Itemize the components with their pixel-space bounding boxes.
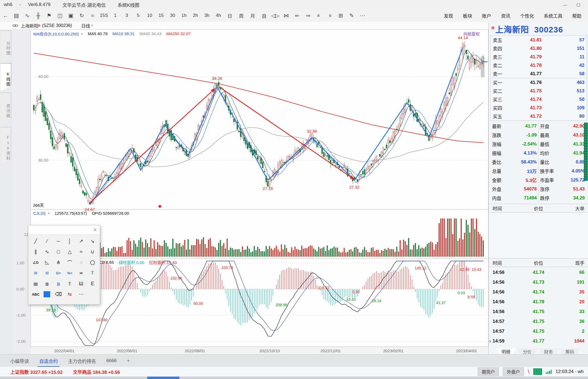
candlestick-icon[interactable]: ╫ [33, 13, 44, 19]
order-book-row[interactable]: 卖一41.7758 [491, 69, 587, 78]
angle-tool[interactable]: ∠G [30, 258, 41, 266]
color-swatch-tool[interactable] [41, 290, 53, 298]
chart-scrollbar[interactable] [481, 56, 484, 77]
bottom-tab-+[interactable]: + [127, 358, 130, 363]
indicator-icon[interactable]: ⚑ [44, 12, 55, 19]
pitchfork-tool[interactable]: ⋔ [53, 258, 64, 266]
arc-tool[interactable]: ⌒ [64, 258, 76, 266]
parallel-lines-tool[interactable]: ∥ [30, 248, 41, 256]
timeframe-3h[interactable]: 3h [201, 13, 213, 18]
order-book-row[interactable]: 买四41.73109 [491, 104, 587, 112]
menu-发现[interactable]: 发现 [444, 12, 453, 19]
back-icon[interactable]: ← [0, 13, 11, 19]
timeframe-4h[interactable]: 4h [213, 13, 224, 18]
order-book-row[interactable]: 卖二41.7842 [491, 61, 587, 69]
period-select[interactable]: 日线 [81, 22, 90, 29]
futures-account-button[interactable]: 期货户 [478, 367, 499, 376]
compare-icon[interactable]: ◁▷ [270, 12, 281, 19]
multi-chart-icon[interactable]: ◫ [55, 12, 65, 19]
order-book-row[interactable]: 买二41.75513 [491, 87, 587, 95]
cjl-indicator-label[interactable]: CJL(0) ˅ [33, 211, 50, 216]
channel-tool[interactable]: ≋ [30, 269, 41, 277]
timeframe-周[interactable]: 周 [236, 12, 247, 19]
refresh-icon[interactable]: ↻ [76, 12, 87, 19]
rectangle-tool[interactable]: □ [53, 248, 64, 256]
order-book-row[interactable]: 买五41.7280 [491, 112, 587, 120]
zoom-out-icon[interactable]: « [324, 13, 335, 19]
chevron-down-icon[interactable]: ˅ [91, 24, 93, 28]
line-tool[interactable]: ╱ [30, 237, 41, 245]
timeframe-3[interactable]: 3 [121, 13, 132, 18]
timeframe-1[interactable]: 1 [110, 13, 121, 18]
tape-row[interactable]: 14:5741.752 [489, 326, 588, 336]
menu-个性化[interactable]: 个性化 [520, 12, 534, 19]
order-book-row[interactable]: 买一41.76463 [491, 78, 587, 87]
trend-chart-icon[interactable]: ∿ [22, 12, 33, 19]
arrow-up-tool[interactable]: ↗ [76, 237, 87, 245]
page-left-icon[interactable]: ⇐ [292, 12, 303, 19]
speed-lines-tool[interactable]: ≍ [76, 269, 87, 277]
ma-combo-label[interactable]: MA组合(5,10,0,0,60,250) ˅ [33, 31, 83, 37]
cycle-lines-tool[interactable]: Ŧ [87, 269, 98, 277]
eraser-tool[interactable]: ⌫ [53, 290, 64, 298]
timeframe-15[interactable]: 15 [155, 13, 167, 18]
timeframe-30[interactable]: 30 [167, 13, 178, 18]
grid-layout-icon[interactable]: ⊞ [335, 12, 346, 19]
link-periods-icon[interactable]: ⋈ [281, 12, 292, 19]
timeframe-5[interactable]: 5 [132, 13, 144, 18]
sidebar-tab-K线图[interactable]: K线图 [1, 63, 11, 92]
minimize-icon[interactable]: — [563, 2, 567, 7]
timeframe-自[interactable]: 自 [258, 12, 270, 19]
timeframe-月[interactable]: 月 [247, 12, 258, 19]
tape-row[interactable]: 14:59›41.771044 [489, 336, 588, 346]
sidebar-tab-资讯链[interactable]: 资讯链 [1, 93, 11, 126]
order-book-row[interactable]: 买三41.7450 [491, 95, 587, 104]
arrow-down-tool[interactable]: ↘ [87, 237, 98, 245]
gann-lines-tool[interactable]: G≡ [53, 269, 64, 277]
horizontal-line-tool[interactable]: ─ [53, 237, 64, 245]
u-curve-tool[interactable]: ∪ [87, 248, 98, 256]
tape-row[interactable]: 14:5741.7536 [489, 317, 588, 326]
drawing-panel-titlebar[interactable]: ✕ [28, 225, 100, 235]
e-tool[interactable]: E [87, 280, 98, 288]
sidebar-tab-F10资料[interactable]: F10资料 [1, 127, 11, 165]
triangle-tool[interactable]: △ [64, 248, 76, 256]
symbol-name[interactable]: 上海新阳 [21, 22, 38, 29]
polyline-tool[interactable]: ∿ [41, 248, 53, 256]
comb-tool[interactable]: Ш [76, 280, 87, 288]
menu-账户[interactable]: 账户 [482, 12, 491, 19]
order-book-row[interactable]: 卖三41.7911 [491, 53, 587, 61]
more-tools[interactable]: ⋯ [76, 290, 87, 298]
timeframe-10[interactable]: 10 [144, 13, 155, 18]
bars3-blue-tool[interactable]: ||| [53, 280, 64, 288]
timeframe-2h[interactable]: 2h [190, 13, 201, 18]
timeframe-1h[interactable]: 1h [178, 13, 190, 18]
timeframe-15S[interactable]: 15S [98, 13, 110, 18]
bottom-tab-自选合约[interactable]: 自选合约 [39, 357, 58, 364]
tape-row[interactable]: 14:5641.7533 [489, 307, 588, 317]
percent-lines-tool[interactable]: %≡ [64, 269, 76, 277]
ellipse-tool[interactable]: 〇 [87, 258, 98, 266]
bottom-tab-小编导读[interactable]: 小编导读 [10, 357, 29, 364]
bottom-tab-主力合约排名[interactable]: 主力合约排名 [68, 357, 96, 364]
chart-panel[interactable] [31, 29, 489, 354]
maximize-icon[interactable]: ▢ [577, 2, 580, 7]
link-icon[interactable] [13, 24, 18, 27]
index-ticker-上证指数[interactable]: 上证指数 3327.65 +15.02 [10, 368, 62, 375]
tape-row[interactable]: 14:5641.73191 [489, 277, 588, 287]
tape-row[interactable]: 14:5641.7466 [489, 268, 588, 277]
dashed-line-tool[interactable]: ⁄ [41, 237, 53, 245]
menu-系统工具[interactable]: 系统工具 [544, 12, 562, 19]
up-mark-tool[interactable]: ⇧ [64, 280, 76, 288]
close-icon[interactable]: ✕ [93, 227, 97, 233]
circle-tool[interactable]: ◌ [76, 258, 87, 266]
text-tool[interactable]: ABC [30, 290, 41, 298]
menu-板块[interactable]: 板块 [463, 12, 472, 19]
timeframe-日[interactable]: 日 [224, 12, 236, 19]
wave-tool[interactable]: ≈ [76, 248, 87, 256]
sidebar-tab-分时图[interactable]: 分时图 [1, 31, 11, 63]
draw-pen-icon[interactable]: ✎ [346, 12, 357, 19]
index-ticker-文华商品[interactable]: 文华商品 184.38 +0.56 [73, 368, 120, 375]
foreign-account-button[interactable]: 外盘户 [503, 367, 524, 376]
pane-divider[interactable] [31, 209, 489, 210]
